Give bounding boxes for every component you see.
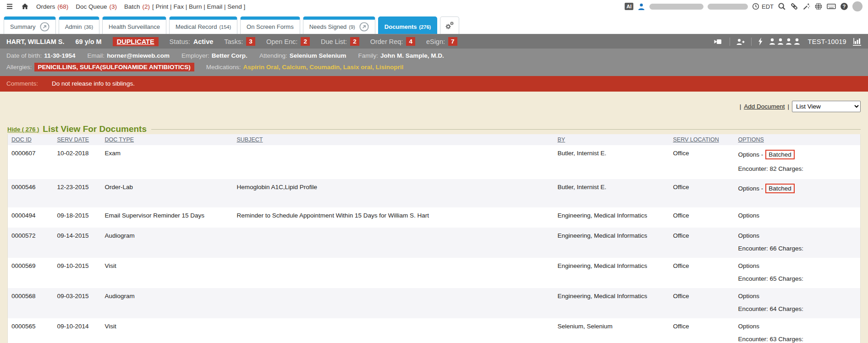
- tab-health-surveillance[interactable]: Health Surveillance: [102, 16, 166, 34]
- col-options[interactable]: OPTIONS: [735, 134, 861, 145]
- cell-serv-location: Office: [670, 288, 735, 318]
- orders-link[interactable]: Orders (68): [36, 3, 68, 10]
- detail-employer: Employer: Better Corp.: [181, 52, 247, 59]
- tab-count: (276): [419, 24, 431, 30]
- separator: |: [740, 103, 742, 110]
- col-doc-id[interactable]: DOC ID: [8, 134, 54, 145]
- cell-options: Options Encounter: 66 Charges:: [735, 228, 861, 258]
- hamburger-menu-icon[interactable]: [5, 3, 14, 10]
- table-row[interactable]: 0000572 09-14-2015 Audiogram Engineering…: [8, 228, 861, 258]
- ai-badge[interactable]: AI: [625, 3, 633, 10]
- user-icon[interactable]: [637, 3, 645, 11]
- encounter-info: Encounter: 65 Charges:: [738, 275, 857, 282]
- medications-list[interactable]: Aspirin Oral, Calcium, Coumadin, Lasix o…: [243, 64, 404, 71]
- cell-subject: Reminder to Schedule Appointment Within …: [233, 207, 554, 228]
- col-doc-type[interactable]: DOC TYPE: [101, 134, 233, 145]
- options-link[interactable]: Options: [738, 232, 760, 239]
- table-row[interactable]: 0000565 09-10-2014 Visit Selenium, Selen…: [8, 318, 861, 343]
- duplicate-flag-badge[interactable]: DUPLICATE: [113, 37, 159, 46]
- cell-subject: [233, 288, 554, 318]
- options-link[interactable]: Options -: [738, 151, 764, 158]
- table-row[interactable]: 0000569 09-10-2015 Visit Engineering, Me…: [8, 258, 861, 288]
- detail-label: Date of birth:: [6, 52, 42, 59]
- top-menu-bar: Orders (68) Doc Queue (3) Batch (2) [ Pr…: [0, 0, 868, 13]
- tab-needs-signed[interactable]: Needs Signed (9): [303, 16, 375, 34]
- options-link[interactable]: Options: [738, 212, 760, 219]
- col-serv-location[interactable]: SERV LOCATION: [670, 134, 735, 145]
- add-person-icon[interactable]: [736, 38, 745, 45]
- detail-attending: Attending: Selenium Selenium: [259, 52, 346, 59]
- cell-serv-date: 10-02-2018: [54, 145, 101, 179]
- doc-queue-link[interactable]: Doc Queue (3): [76, 3, 117, 10]
- detail-label: Attending:: [259, 52, 287, 59]
- options-link[interactable]: Options: [738, 293, 760, 299]
- table-row[interactable]: 0000607 10-02-2018 Exam Butler, Internis…: [8, 145, 861, 179]
- cell-doc-id: 0000568: [8, 288, 54, 318]
- timezone-control[interactable]: EDT: [752, 3, 774, 10]
- stat-label: Tasks:: [224, 38, 243, 45]
- tab-label: On Screen Forms: [247, 23, 294, 30]
- view-mode-select[interactable]: List View: [792, 101, 861, 112]
- status-value: Active: [193, 38, 214, 45]
- detail-email: Email: horner@mieweb.com: [88, 52, 170, 59]
- cell-serv-date: 09-10-2015: [54, 258, 101, 288]
- batched-indicator: Batched: [765, 150, 795, 159]
- keyboard-icon[interactable]: [827, 3, 836, 10]
- stat-label: Open Enc:: [266, 38, 298, 45]
- cell-doc-id: 0000572: [8, 228, 54, 258]
- tab-admin[interactable]: Admin (36): [59, 16, 99, 34]
- stat-badge[interactable]: 4: [406, 37, 415, 46]
- cell-serv-location: Office: [670, 228, 735, 258]
- tab-label: Admin: [65, 23, 82, 30]
- col-by[interactable]: BY: [554, 134, 670, 145]
- cell-by: Engineering, Medical Informatics: [554, 258, 670, 288]
- stat-badge[interactable]: 7: [448, 37, 457, 46]
- link-icon[interactable]: [790, 2, 798, 11]
- cell-doc-type: Visit: [101, 318, 233, 343]
- external-link-icon[interactable]: [40, 22, 49, 32]
- stat-badge[interactable]: 3: [246, 37, 255, 46]
- cell-by: Engineering, Medical Informatics: [554, 288, 670, 318]
- table-row[interactable]: 0000568 09-03-2015 Audiogram Engineering…: [8, 288, 861, 318]
- tab-on-screen-forms[interactable]: On Screen Forms: [240, 16, 300, 34]
- stat-due-list: Due List: 2: [321, 37, 359, 46]
- options-link[interactable]: Options: [738, 323, 760, 330]
- lightning-icon[interactable]: [758, 38, 763, 45]
- globe-icon[interactable]: [814, 2, 823, 11]
- bar-chart-icon[interactable]: [852, 38, 862, 46]
- add-document-link[interactable]: Add Document: [744, 103, 785, 110]
- col-subject[interactable]: SUBJECT: [233, 134, 554, 145]
- cell-serv-location: Office: [670, 318, 735, 343]
- stat-badge[interactable]: 2: [301, 37, 310, 46]
- tab-summary[interactable]: Summary: [4, 16, 56, 34]
- tab-medical-record[interactable]: Medical Record (154): [169, 16, 237, 34]
- batch-actions[interactable]: [ Print | Fax | Burn | Email | Send ]: [152, 3, 245, 10]
- allergies-badge[interactable]: PENICILLINS, SULFA(SULFONAMIDE ANTIBIOTI…: [34, 63, 194, 71]
- cell-serv-location: Office: [670, 207, 735, 228]
- cell-options: Options Encounter: 65 Charges:: [735, 258, 861, 288]
- batch-link[interactable]: Batch (2) [ Print | Fax | Burn | Email |…: [124, 3, 245, 10]
- section-rule: [151, 129, 861, 130]
- table-row[interactable]: 0000494 09-18-2015 Email Supervisor Remi…: [8, 207, 861, 228]
- help-icon[interactable]: ?: [840, 2, 848, 11]
- external-link-icon[interactable]: [359, 22, 369, 32]
- wand-icon[interactable]: [802, 3, 810, 11]
- tab-settings-button[interactable]: [440, 16, 459, 34]
- tab-documents[interactable]: Documents (276): [378, 16, 437, 34]
- search-icon[interactable]: [778, 2, 786, 11]
- cell-doc-type: Visit: [101, 258, 233, 288]
- patients-group-icon[interactable]: [769, 38, 802, 45]
- video-camera-icon[interactable]: [714, 38, 724, 45]
- home-icon[interactable]: [21, 3, 29, 10]
- stat-badge[interactable]: 2: [350, 37, 359, 46]
- stat-label: eSign:: [426, 38, 445, 45]
- cell-subject: [233, 258, 554, 288]
- col-serv-date[interactable]: SERV DATE: [54, 134, 101, 145]
- table-row[interactable]: 0000546 12-23-2015 Order-Lab Hemoglobin …: [8, 179, 861, 207]
- comments-text: Do not release info to siblings.: [52, 80, 135, 87]
- options-link[interactable]: Options -: [738, 185, 764, 192]
- batched-indicator: Batched: [765, 184, 795, 193]
- documents-table: DOC ID SERV DATE DOC TYPE SUBJECT BY SER…: [7, 134, 861, 343]
- hide-link[interactable]: Hide ( 276 ): [7, 126, 39, 133]
- options-link[interactable]: Options: [738, 262, 760, 269]
